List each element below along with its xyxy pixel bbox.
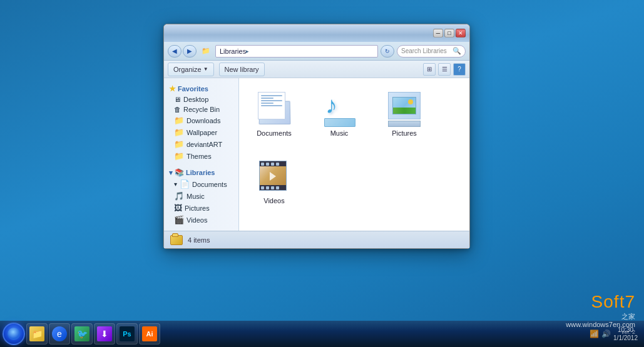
ps-taskbar-icon: Ps bbox=[120, 326, 135, 341]
search-icon: 🔍 bbox=[452, 47, 461, 55]
address-arrow: ▸ bbox=[246, 48, 249, 54]
watermark-brand: Soft7 bbox=[566, 291, 635, 313]
libraries-label: Libraries bbox=[186, 169, 215, 176]
taskbar-item-ai[interactable]: Ai bbox=[139, 323, 160, 344]
sidebar-item-recycle[interactable]: 🗑 Recycle Bin bbox=[164, 104, 238, 114]
status-folder-icon bbox=[170, 235, 183, 245]
deviantart-label: deviantART bbox=[187, 141, 222, 148]
taskbar-item-ps[interactable]: Ps bbox=[116, 323, 138, 344]
system-tray: 📶 🔊 10:30 1/1/2012 bbox=[586, 326, 641, 342]
search-placeholder: Search Libraries bbox=[401, 48, 447, 54]
explorer-window: ─ □ ✕ ◀ ▶ 📁 Libraries ▸ ↻ Search Librari… bbox=[163, 24, 470, 249]
watermark-line2: 之家 bbox=[566, 313, 635, 321]
sidebar-item-deviantart[interactable]: 📁 deviantART bbox=[164, 138, 238, 150]
sidebar-item-downloads[interactable]: 📁 Downloads bbox=[164, 114, 238, 126]
new-library-button[interactable]: New library bbox=[219, 63, 265, 76]
docs-icon: ▾ bbox=[174, 181, 177, 188]
music-label: Music bbox=[187, 193, 205, 200]
folder-icon-docs: 📄 bbox=[180, 179, 190, 189]
view-toggle-button[interactable]: ⊞ bbox=[423, 63, 436, 76]
sidebar-item-music[interactable]: 🎵 Music bbox=[164, 190, 238, 202]
status-items-count: 4 items bbox=[188, 236, 210, 244]
taskbar-item-bird[interactable]: 🐦 bbox=[71, 323, 93, 344]
bird-taskbar-icon: 🐦 bbox=[74, 326, 89, 341]
taskbar-item-explorer[interactable]: 📁 bbox=[26, 323, 48, 344]
refresh-button[interactable]: ↻ bbox=[381, 45, 394, 58]
title-bar-controls: ─ □ ✕ bbox=[433, 29, 466, 38]
sidebar-item-desktop[interactable]: 🖥 Desktop bbox=[164, 94, 238, 104]
minimize-button[interactable]: ─ bbox=[433, 29, 443, 38]
pictures-label: Pictures bbox=[185, 204, 210, 212]
desktop-icon: 🖥 bbox=[174, 96, 181, 103]
docs-label: Documents bbox=[192, 181, 227, 188]
ai-taskbar-icon: Ai bbox=[142, 326, 157, 341]
sidebar-item-themes[interactable]: 📁 Themes bbox=[164, 150, 238, 162]
downloads-label: Downloads bbox=[187, 117, 220, 124]
start-button[interactable] bbox=[3, 323, 25, 345]
library-item-pictures[interactable]: Pictures bbox=[379, 88, 429, 141]
toolbar-right: ⊞ ☰ ? bbox=[423, 63, 466, 76]
wallpaper-label: Wallpaper bbox=[187, 129, 217, 136]
help-button[interactable]: ? bbox=[453, 63, 466, 76]
library-item-music[interactable]: ♪ Music bbox=[314, 88, 364, 141]
status-bar: 4 items bbox=[164, 231, 469, 248]
sidebar-item-videos[interactable]: 🎬 Videos bbox=[164, 214, 238, 226]
organize-arrow: ▼ bbox=[203, 66, 208, 72]
search-box[interactable]: Search Libraries 🔍 bbox=[397, 45, 466, 58]
taskbar-item-ie[interactable]: e bbox=[49, 323, 70, 344]
watermark-7-text: 7 bbox=[625, 292, 635, 311]
music-file-label: Music bbox=[330, 129, 349, 137]
library-item-documents[interactable]: Documents bbox=[249, 88, 299, 141]
ie-taskbar-icon: e bbox=[52, 326, 67, 341]
folder-icon-pictures: 🖼 bbox=[174, 203, 182, 213]
sidebar-item-pictures[interactable]: 🖼 Pictures bbox=[164, 202, 238, 214]
libraries-section: ▾ 📚 Libraries bbox=[164, 166, 238, 178]
forward-button[interactable]: ▶ bbox=[183, 45, 197, 58]
address-text: Libraries bbox=[220, 48, 246, 55]
libraries-icon: 📚 bbox=[175, 168, 184, 177]
folder-icon-wallpaper: 📁 bbox=[174, 128, 184, 137]
tray-date: 1/1/2012 bbox=[613, 334, 638, 342]
organize-label: Organize bbox=[173, 66, 202, 73]
close-button[interactable]: ✕ bbox=[456, 29, 466, 38]
pictures-file-label: Pictures bbox=[392, 129, 417, 137]
recycle-label: Recycle Bin bbox=[183, 106, 220, 113]
sidebar-item-documents[interactable]: ▾ 📄 Documents bbox=[164, 178, 238, 190]
sidebar-item-wallpaper[interactable]: 📁 Wallpaper bbox=[164, 126, 238, 138]
toolbar: Organize ▼ New library ⊞ ☰ ? bbox=[164, 61, 469, 78]
desktop-label: Desktop bbox=[183, 96, 208, 103]
themes-label: Themes bbox=[187, 153, 212, 160]
address-path[interactable]: Libraries ▸ bbox=[215, 45, 378, 58]
details-toggle-button[interactable]: ☰ bbox=[438, 63, 451, 76]
sidebar: ★ Favorites 🖥 Desktop 🗑 Recycle Bin 📁 Do… bbox=[164, 78, 239, 231]
new-library-label: New library bbox=[225, 66, 259, 73]
start-orb bbox=[8, 328, 20, 340]
pictures-icon-big bbox=[386, 92, 423, 127]
back-button[interactable]: ◀ bbox=[168, 45, 181, 58]
folder-icon-themes: 📁 bbox=[174, 151, 184, 161]
address-bar: ◀ ▶ 📁 Libraries ▸ ↻ Search Libraries 🔍 bbox=[164, 42, 469, 61]
content-area: ★ Favorites 🖥 Desktop 🗑 Recycle Bin 📁 Do… bbox=[164, 78, 469, 231]
maximize-button[interactable]: □ bbox=[444, 29, 454, 38]
folder-icon-deviantart: 📁 bbox=[174, 139, 184, 149]
music-icon-big: ♪ bbox=[320, 92, 358, 127]
nav-buttons: ◀ ▶ bbox=[168, 45, 197, 58]
library-item-videos[interactable]: Videos bbox=[249, 156, 299, 208]
folder-icon-music: 🎵 bbox=[174, 191, 184, 201]
organize-button[interactable]: Organize ▼ bbox=[168, 63, 214, 76]
explorer-taskbar-icon: 📁 bbox=[29, 326, 44, 341]
folder-icon-videos: 🎬 bbox=[174, 215, 184, 224]
title-bar: ─ □ ✕ bbox=[164, 24, 469, 42]
taskbar-item-download[interactable]: ⬇ bbox=[94, 323, 115, 344]
videos-icon-big bbox=[255, 159, 293, 194]
watermark-soft-text: Soft bbox=[591, 292, 625, 311]
videos-file-label: Videos bbox=[263, 197, 284, 204]
tray-network-icon: 📶 bbox=[590, 329, 599, 338]
download-taskbar-icon: ⬇ bbox=[97, 326, 112, 341]
videos-label: Videos bbox=[187, 216, 207, 224]
folder-icon: 📁 bbox=[199, 47, 213, 55]
libraries-expand-icon: ▾ bbox=[169, 169, 173, 177]
taskbar: 📁 e 🐦 ⬇ Ps Ai 📶 🔊 10:30 1/1/2012 bbox=[0, 321, 644, 347]
file-area: Documents ♪ Music bbox=[239, 78, 469, 231]
tray-clock: 10:30 bbox=[613, 326, 638, 334]
